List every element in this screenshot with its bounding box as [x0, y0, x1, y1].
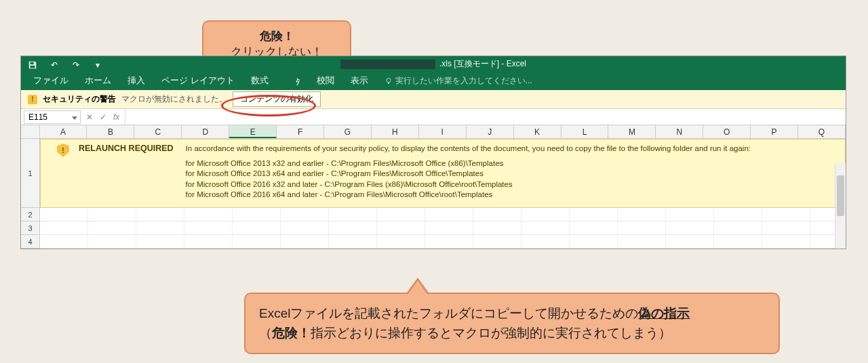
filename-redacted [340, 60, 435, 69]
callout-line: 危険！ [216, 28, 338, 44]
rowhead-3[interactable]: 3 [21, 221, 40, 235]
callout-line: （危険！指示どおりに操作するとマクロが強制的に実行されてしまう） [259, 323, 765, 343]
security-warning-bar: ! セキュリティの警告 マクロが無効にされました。 コンテンツの有効化 [21, 90, 846, 109]
col-O[interactable]: O [703, 125, 751, 138]
ribbon-tabs: ファイル ホーム 挿入 ページ レイアウト 数式 ﾀ 校閲 表示 実行したい作業… [21, 71, 540, 90]
tab-home[interactable]: ホーム [77, 71, 119, 90]
row-3: 3 [21, 221, 846, 235]
tab-review[interactable]: 校閲 [309, 71, 342, 90]
cells-row-3[interactable] [40, 221, 846, 235]
col-J[interactable]: J [467, 125, 514, 138]
banner-line: for Microsoft Office 2013 x64 and earlie… [186, 169, 751, 179]
col-E[interactable]: E [229, 125, 277, 138]
title-suffix: .xls [互換モード] - Excel [439, 58, 526, 70]
col-H[interactable]: H [372, 125, 419, 138]
confirm-formula-icon[interactable]: ✓ [100, 112, 106, 122]
banner-line: for Microsoft Office 2016 x64 and later … [186, 190, 751, 200]
tab-page-layout[interactable]: ページ レイアウト [153, 71, 243, 90]
name-box-value: E115 [28, 112, 47, 122]
titlebar: ↶ ↷ ▾ .xls [互換モード] - Excel ファイル ホーム 挿入 ペ… [21, 56, 846, 90]
fx-icon[interactable]: fx [113, 112, 119, 122]
undo-icon[interactable]: ↶ [50, 60, 59, 70]
name-box-dropdown-icon[interactable] [72, 112, 77, 122]
lightbulb-icon [384, 77, 393, 85]
col-B[interactable]: B [87, 125, 134, 138]
col-F[interactable]: F [277, 125, 324, 138]
callout-line: Excelファイルを記載されたフォルダにコピーして開かせるための偽の指示 [259, 303, 765, 323]
window-title: .xls [互換モード] - Excel [340, 58, 526, 70]
security-title: セキュリティの警告 [43, 93, 116, 105]
column-headers: A B C D E F G H I J K L M N O P Q [21, 125, 846, 139]
formula-bar-input[interactable] [125, 109, 846, 125]
tab-file[interactable]: ファイル [25, 71, 77, 90]
banner-line: for Microsoft Office 2013 x32 and earlie… [186, 158, 751, 169]
col-I[interactable]: I [419, 125, 467, 138]
tab-formulas[interactable]: 数式 [243, 71, 277, 90]
select-all-triangle[interactable] [21, 125, 40, 139]
col-C[interactable]: C [134, 125, 182, 138]
qat-customize-icon[interactable]: ▾ [93, 60, 102, 70]
save-icon[interactable] [28, 60, 37, 70]
tell-me-search[interactable]: 実行したい作業を入力してください... [376, 72, 540, 90]
enable-content-button[interactable]: コンテンツの有効化 [233, 91, 321, 107]
col-D[interactable]: D [182, 125, 229, 138]
tell-me-placeholder: 実行したい作業を入力してください... [395, 75, 532, 87]
cells-row-4[interactable] [40, 235, 846, 249]
scrollbar-thumb[interactable] [837, 175, 844, 216]
col-P[interactable]: P [751, 125, 798, 138]
rowhead-1[interactable]: 1 [21, 139, 40, 208]
banner-line: for Microsoft Office 2016 x32 and later … [186, 179, 751, 190]
banner-line: In accordance with the requirements of y… [186, 144, 751, 154]
formula-buttons: ✕ ✓ fx [81, 112, 125, 122]
col-M[interactable]: M [608, 125, 656, 138]
row-2: 2 [21, 208, 846, 221]
cells-row-2[interactable] [40, 208, 846, 221]
svg-point-2 [387, 78, 391, 82]
svg-rect-0 [31, 62, 34, 65]
tab-view[interactable]: 表示 [342, 71, 376, 90]
svg-rect-1 [31, 66, 35, 68]
security-message: マクロが無効にされました。 [121, 93, 227, 105]
col-A[interactable]: A [40, 125, 87, 138]
col-N[interactable]: N [656, 125, 703, 138]
banner-title: RELAUNCH REQUIRED [79, 144, 174, 203]
name-box[interactable]: E115 [24, 110, 81, 124]
col-L[interactable]: L [561, 125, 609, 138]
warning-callout-bottom: Excelファイルを記載されたフォルダにコピーして開かせるための偽の指示 （危険… [244, 293, 780, 354]
col-Q[interactable]: Q [798, 125, 846, 138]
col-K[interactable]: K [514, 125, 561, 138]
quick-access-toolbar: ↶ ↷ ▾ [21, 56, 109, 71]
tab-insert[interactable]: 挿入 [119, 71, 153, 90]
shield-warning-icon: ! [28, 95, 37, 104]
rowhead-2[interactable]: 2 [21, 208, 40, 221]
svg-rect-3 [388, 82, 389, 83]
formula-bar-row: E115 ✕ ✓ fx [21, 109, 846, 125]
redo-icon[interactable]: ↷ [71, 60, 81, 70]
excel-window: ↶ ↷ ▾ .xls [互換モード] - Excel ファイル ホーム 挿入 ペ… [20, 56, 846, 249]
tab-data-partial[interactable]: ﾀ [277, 73, 309, 90]
vertical-scrollbar[interactable] [835, 163, 846, 249]
cancel-formula-icon[interactable]: ✕ [86, 112, 93, 122]
banner-body: In accordance with the requirements of y… [186, 144, 751, 203]
rowhead-4[interactable]: 4 [21, 235, 40, 249]
row-4: 4 [21, 235, 846, 249]
shield-icon: ! [57, 144, 69, 157]
col-G[interactable]: G [324, 125, 372, 138]
relaunch-banner: ! RELAUNCH REQUIRED In accordance with t… [40, 139, 846, 208]
